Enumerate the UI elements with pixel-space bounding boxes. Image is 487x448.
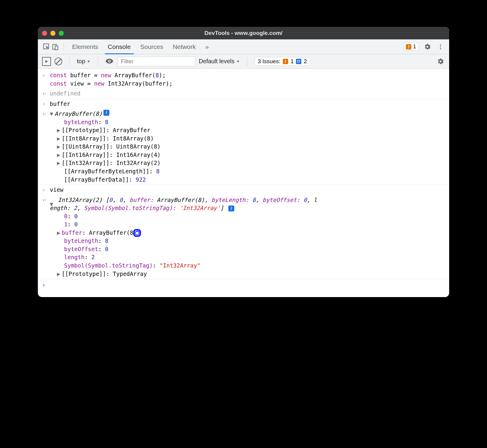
code-line: const buffer = new ArrayBuffer(8); const…: [50, 71, 445, 88]
issues-badge[interactable]: 3 Issues: ! 1 2: [255, 57, 310, 66]
info-badge-icon[interactable]: i: [228, 206, 234, 211]
object-property[interactable]: ▶[[Prototype]]: ArrayBuffer: [50, 126, 445, 135]
object-property[interactable]: ▶[[Int8Array]]: Int8Array(8): [50, 135, 445, 143]
svg-point-3: [440, 44, 441, 45]
issue-info-count: 2: [304, 58, 307, 65]
console-output-row: ▼ Int32Array(2) [0, 0, buffer: ArrayBuff…: [38, 195, 449, 279]
divider: [69, 57, 70, 66]
object-property[interactable]: ▶[[Prototype]]: TypedArray: [50, 270, 445, 278]
console-input-row[interactable]: view: [38, 185, 449, 195]
object-property[interactable]: ▶[[Uint8Array]]: Uint8Array(8): [50, 143, 445, 151]
divider: [98, 57, 98, 66]
object-property[interactable]: byteLength: 8: [50, 237, 445, 245]
object-header: Int32Array(2) [0, 0, buffer: ArrayBuffer…: [50, 197, 317, 211]
object-property[interactable]: Symbol(Symbol.toStringTag): "Int32Array": [50, 262, 445, 270]
live-expression-icon[interactable]: [105, 57, 114, 66]
prompt-input[interactable]: [50, 281, 445, 289]
object-property[interactable]: byteOffset: 0: [50, 245, 445, 254]
context-label: top: [77, 58, 85, 65]
output-chevron-icon: [42, 89, 50, 98]
toolbar-right: ! 1: [403, 42, 445, 51]
expand-triangle-icon[interactable]: ▼: [50, 200, 55, 208]
window-controls: [42, 31, 64, 36]
object-property[interactable]: length: 2: [50, 253, 445, 262]
levels-label: Default levels: [199, 58, 235, 65]
dropdown-triangle-icon: ▼: [87, 59, 91, 64]
tab-console[interactable]: Console: [103, 39, 136, 54]
object-tree[interactable]: ▼ Int32Array(2) [0, 0, buffer: ArrayBuff…: [50, 196, 445, 278]
panel-tabs: Elements Console Sources Network »: [67, 39, 213, 54]
tab-network[interactable]: Network: [168, 39, 201, 54]
object-property[interactable]: ▶[[Int16Array]]: Int16Array(4): [50, 151, 445, 159]
titlebar: DevTools - www.google.com/: [38, 27, 449, 39]
output-chevron-icon: [42, 196, 50, 278]
warnings-badge[interactable]: ! 1: [403, 43, 419, 51]
window-title: DevTools - www.google.com/: [38, 30, 449, 36]
object-property[interactable]: byteLength: 8: [50, 118, 445, 126]
issues-label: 3 Issues:: [258, 58, 280, 65]
output-chevron-icon: [42, 110, 50, 184]
console-input-row[interactable]: buffer: [38, 99, 449, 109]
close-window-button[interactable]: [42, 31, 47, 36]
object-property[interactable]: 0: 0: [50, 212, 445, 221]
devtools-window: DevTools - www.google.com/ Elements Cons…: [38, 27, 449, 297]
info-badge-icon[interactable]: i: [103, 110, 109, 116]
object-property[interactable]: ▶[[Int32Array]]: Int32Array(2): [50, 159, 445, 167]
warning-icon: !: [283, 59, 288, 64]
memory-inspector-icon[interactable]: [133, 229, 141, 237]
console-output-row: undefined: [38, 89, 449, 99]
settings-gear-icon[interactable]: [423, 42, 432, 51]
object-tree[interactable]: ▼ ArrayBuffer(8) i byteLength: 8 ▶[[Prot…: [50, 110, 445, 184]
svg-point-4: [440, 46, 441, 47]
warn-count: 1: [413, 44, 416, 50]
code-line: buffer: [50, 100, 445, 108]
console-output-row: ▼ ArrayBuffer(8) i byteLength: 8 ▶[[Prot…: [38, 109, 449, 185]
divider: [63, 43, 64, 51]
input-chevron-icon: [42, 100, 50, 108]
console-prompt[interactable]: [38, 279, 449, 291]
inspect-element-icon[interactable]: [42, 42, 51, 51]
object-property[interactable]: [[ArrayBufferData]]: 922: [50, 176, 445, 184]
expand-triangle-icon[interactable]: ▼: [50, 110, 55, 118]
device-toggle-icon[interactable]: [51, 42, 60, 51]
console-output: const buffer = new ArrayBuffer(8); const…: [38, 69, 449, 297]
tab-elements[interactable]: Elements: [67, 39, 103, 54]
kebab-menu-icon[interactable]: [436, 42, 445, 51]
object-property[interactable]: ▶buffer: ArrayBuffer(8: [50, 229, 445, 237]
divider: [247, 57, 247, 66]
console-settings-gear-icon[interactable]: [436, 57, 445, 66]
issue-warn-count: 1: [291, 58, 294, 65]
object-header: ArrayBuffer(8): [55, 110, 102, 118]
console-input-row[interactable]: const buffer = new ArrayBuffer(8); const…: [38, 70, 449, 89]
input-chevron-icon: [42, 71, 50, 88]
svg-rect-2: [55, 46, 58, 50]
execution-play-icon[interactable]: [42, 57, 51, 66]
code-line: view: [50, 186, 445, 194]
clear-console-icon[interactable]: [55, 58, 62, 65]
warning-icon: !: [406, 44, 411, 50]
svg-rect-6: [297, 60, 300, 62]
filter-input[interactable]: [118, 57, 195, 66]
zoom-window-button[interactable]: [59, 31, 64, 36]
svg-point-5: [440, 48, 441, 49]
input-chevron-icon: [42, 186, 50, 194]
object-property[interactable]: 1: 0: [50, 220, 445, 229]
tab-more[interactable]: »: [201, 39, 214, 54]
context-selector[interactable]: top ▼: [77, 58, 91, 65]
prompt-chevron-icon: [42, 281, 50, 289]
console-subbar: top ▼ Default levels ▼ 3 Issues: ! 1 2: [38, 54, 449, 69]
minimize-window-button[interactable]: [50, 31, 55, 36]
log-levels-selector[interactable]: Default levels ▼: [199, 58, 240, 65]
dropdown-triangle-icon: ▼: [236, 59, 240, 64]
undefined-result: undefined: [50, 89, 445, 98]
main-toolbar: Elements Console Sources Network » ! 1: [38, 39, 449, 54]
info-icon: [296, 59, 301, 64]
tab-sources[interactable]: Sources: [136, 39, 168, 54]
object-property[interactable]: [[ArrayBufferByteLength]]: 8: [50, 167, 445, 176]
